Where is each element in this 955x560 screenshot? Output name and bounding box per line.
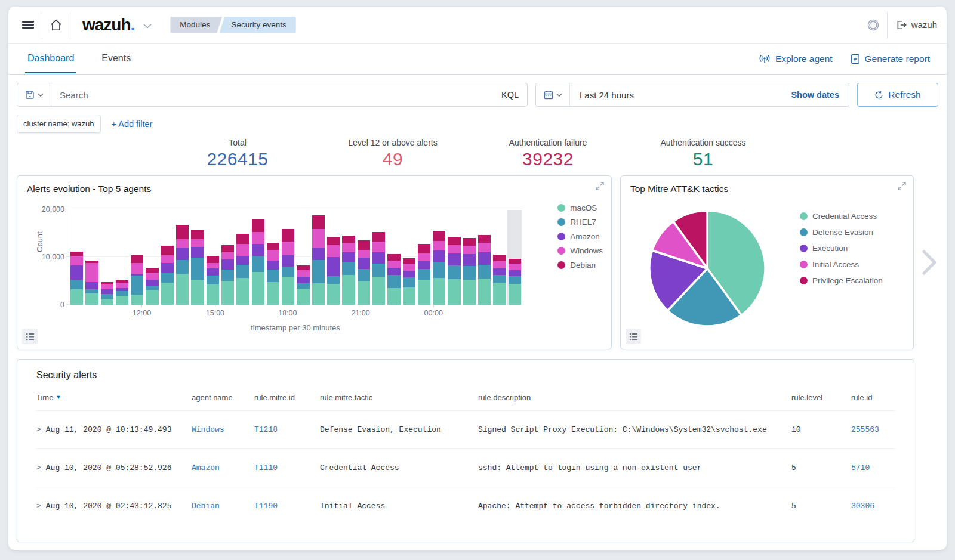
table-row[interactable]: >Aug 11, 2020 @ 10:13:49.493WindowsT1218… xyxy=(36,410,895,448)
bar-segment-windows[interactable] xyxy=(116,283,128,288)
bar-segment-rhel7[interactable] xyxy=(176,260,189,274)
bar-segment-amazon[interactable] xyxy=(252,244,264,256)
home-icon[interactable] xyxy=(42,11,70,39)
bar-segment-rhel7[interactable] xyxy=(448,265,460,279)
stacked-bar[interactable] xyxy=(85,261,98,305)
bar-segment-macos[interactable] xyxy=(70,289,83,305)
bar-segment-amazon[interactable] xyxy=(387,268,400,275)
stacked-bar[interactable] xyxy=(418,244,430,305)
bar-segment-macos[interactable] xyxy=(403,287,415,305)
bar-segment-amazon[interactable] xyxy=(85,282,98,289)
stacked-bar[interactable] xyxy=(312,215,325,305)
bar-segment-rhel7[interactable] xyxy=(161,273,174,283)
table-row[interactable]: >Aug 10, 2020 @ 02:43:12.825DebianT1190I… xyxy=(36,487,895,525)
bar-segment-debian[interactable] xyxy=(327,237,340,245)
bar-segment-debian[interactable] xyxy=(312,215,325,229)
column-header-rule-level[interactable]: rule.level xyxy=(791,393,851,402)
menu-hamburger-icon[interactable] xyxy=(14,11,42,39)
bar-segment-macos[interactable] xyxy=(161,283,174,305)
stacked-bar[interactable] xyxy=(267,243,279,305)
bar-segment-debian[interactable] xyxy=(509,259,521,264)
bar-segment-macos[interactable] xyxy=(297,289,309,305)
bar-segment-rhel7[interactable] xyxy=(85,289,98,293)
bar-segment-windows[interactable] xyxy=(387,261,400,268)
bar-segment-windows[interactable] xyxy=(267,250,279,261)
bar-segment-amazon[interactable] xyxy=(101,289,113,294)
expand-panel-icon[interactable] xyxy=(596,182,604,190)
bar-segment-debian[interactable] xyxy=(463,238,476,246)
legend-item-privilege-escalation[interactable]: Privilege Escalation xyxy=(800,276,883,285)
bar-segment-rhel7[interactable] xyxy=(282,267,294,277)
legend-item-rhel7[interactable]: RHEL7 xyxy=(557,218,603,227)
bar-segment-rhel7[interactable] xyxy=(478,265,491,279)
column-header-agent-name[interactable]: agent.name xyxy=(192,393,254,402)
bar-segment-amazon[interactable] xyxy=(403,271,415,277)
legend-item-debian[interactable]: Debian xyxy=(557,261,603,270)
legend-item-amazon[interactable]: Amazon xyxy=(557,232,603,241)
bar-segment-windows[interactable] xyxy=(342,243,355,252)
bar-segment-windows[interactable] xyxy=(101,284,113,290)
bar-segment-rhel7[interactable] xyxy=(433,262,445,278)
bar-segment-windows[interactable] xyxy=(282,242,294,255)
bar-segment-macos[interactable] xyxy=(358,281,370,305)
bar-segment-macos[interactable] xyxy=(493,283,506,305)
time-range-value[interactable]: Last 24 hours xyxy=(570,90,643,100)
sort-descending-icon[interactable]: ▼ xyxy=(56,394,61,400)
bar-segment-amazon[interactable] xyxy=(448,253,460,265)
bar-segment-windows[interactable] xyxy=(207,263,219,269)
bar-segment-rhel7[interactable] xyxy=(387,275,400,288)
stacked-bar[interactable] xyxy=(282,229,294,305)
bar-segment-rhel7[interactable] xyxy=(358,269,370,281)
bar-segment-amazon[interactable] xyxy=(207,268,219,276)
column-header-time[interactable]: Time▼ xyxy=(36,393,192,402)
add-filter-button[interactable]: + Add filter xyxy=(112,119,153,129)
bar-segment-debian[interactable] xyxy=(191,230,204,240)
bar-segment-debian[interactable] xyxy=(267,243,279,250)
bar-segment-windows[interactable] xyxy=(463,246,476,254)
column-header-rule-mitre-tactic[interactable]: rule.mitre.tactic xyxy=(320,393,478,402)
bar-segment-windows[interactable] xyxy=(191,239,204,247)
bar-segment-windows[interactable] xyxy=(297,270,309,276)
bar-segment-rhel7[interactable] xyxy=(236,265,249,278)
column-header-rule-description[interactable]: rule.description xyxy=(478,393,791,402)
bar-segment-rhel7[interactable] xyxy=(463,266,476,279)
bar-segment-debian[interactable] xyxy=(387,254,400,260)
stacked-bar[interactable] xyxy=(297,265,309,305)
stacked-bar[interactable] xyxy=(131,255,143,305)
bar-segment-rhel7[interactable] xyxy=(116,291,128,296)
next-panels-chevron-icon[interactable] xyxy=(922,248,937,277)
bar-segment-amazon[interactable] xyxy=(478,252,491,265)
bar-segment-amazon[interactable] xyxy=(327,257,340,276)
table-row[interactable]: >Aug 10, 2020 @ 05:28:52.926AmazonT1110C… xyxy=(36,448,895,487)
bar-segment-amazon[interactable] xyxy=(342,252,355,262)
bar-segment-windows[interactable] xyxy=(493,261,506,268)
explore-agent-button[interactable]: Explore agent xyxy=(759,54,833,64)
bar-segment-macos[interactable] xyxy=(131,295,143,305)
legend-item-initial-access[interactable]: Initial Access xyxy=(800,260,883,269)
stacked-bar[interactable] xyxy=(252,219,264,305)
cell-rule-id[interactable]: 5710 xyxy=(851,463,908,472)
filter-pill-cluster-name[interactable]: cluster.name: wazuh xyxy=(17,115,101,133)
bar-segment-rhel7[interactable] xyxy=(191,258,204,280)
stacked-bar[interactable] xyxy=(327,237,340,305)
stacked-bar[interactable] xyxy=(463,238,476,305)
bar-segment-macos[interactable] xyxy=(372,277,385,305)
bar-segment-amazon[interactable] xyxy=(463,254,476,266)
bar-segment-windows[interactable] xyxy=(236,244,249,255)
bar-segment-windows[interactable] xyxy=(372,242,385,252)
bar-segment-macos[interactable] xyxy=(221,281,234,305)
legend-item-macos[interactable]: macOS xyxy=(557,203,603,212)
bar-segment-macos[interactable] xyxy=(236,278,249,305)
bar-segment-macos[interactable] xyxy=(207,284,219,305)
logout-user-button[interactable]: wazuh xyxy=(896,20,937,30)
bar-segment-amazon[interactable] xyxy=(297,277,309,283)
cell-rule-mitre-id[interactable]: T1110 xyxy=(254,463,320,472)
bar-segment-windows[interactable] xyxy=(221,252,234,259)
bar-segment-rhel7[interactable] xyxy=(327,276,340,284)
stacked-bar[interactable] xyxy=(176,225,189,305)
breadcrumb-security-events[interactable]: Security events xyxy=(219,17,295,33)
expand-row-icon[interactable]: > xyxy=(36,463,41,472)
stacked-bar[interactable] xyxy=(509,259,521,305)
bar-segment-amazon[interactable] xyxy=(282,255,294,267)
cell-agent-name[interactable]: Windows xyxy=(192,425,254,434)
